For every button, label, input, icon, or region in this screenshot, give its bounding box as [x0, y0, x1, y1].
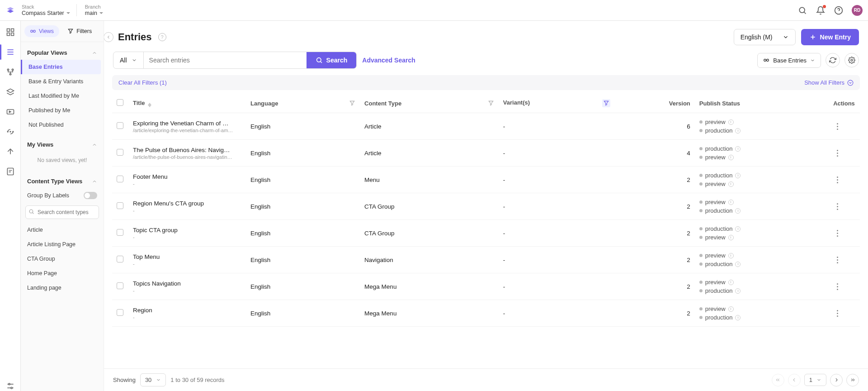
info-icon[interactable]: i — [728, 253, 734, 258]
row-checkbox[interactable] — [117, 229, 123, 236]
clear-filters-link[interactable]: Clear All Filters (1) — [118, 79, 167, 86]
sidebar-item-last-modified[interactable]: Last Modified by Me — [21, 89, 104, 103]
branch-selector[interactable]: Branch main — [83, 4, 103, 16]
info-icon[interactable]: i — [735, 226, 741, 232]
advanced-search-link[interactable]: Advanced Search — [362, 57, 415, 64]
rail-publish-icon[interactable] — [5, 107, 15, 117]
last-page-button[interactable] — [846, 374, 859, 386]
col-version[interactable]: Version — [615, 94, 695, 113]
new-entry-button[interactable]: New Entry — [801, 29, 859, 45]
info-icon[interactable]: i — [735, 208, 741, 214]
ct-item[interactable]: Home Page — [21, 266, 104, 281]
avatar[interactable]: RD — [852, 5, 863, 16]
per-page-dropdown[interactable]: 30 — [140, 373, 166, 386]
table-row[interactable]: Footer Menu- English Menu - 2 production… — [112, 167, 860, 193]
col-content-type[interactable]: Content Type — [360, 94, 499, 113]
info-icon[interactable]: i — [735, 146, 741, 152]
info-icon[interactable]: i — [735, 128, 741, 134]
info-icon[interactable]: i — [728, 200, 734, 205]
info-icon[interactable]: i — [728, 155, 734, 160]
info-icon[interactable]: i — [728, 306, 734, 312]
rail-tasks-icon[interactable] — [5, 167, 15, 176]
ct-item[interactable]: Landing page — [21, 281, 104, 295]
col-variants[interactable]: Variant(s) — [499, 94, 615, 113]
rail-upload-icon[interactable] — [5, 147, 15, 157]
tab-views[interactable]: Views — [24, 25, 59, 37]
table-row[interactable]: The Pulse of Buenos Aires: Navig…/articl… — [112, 140, 860, 167]
info-icon[interactable]: i — [728, 119, 734, 125]
rail-dashboard-icon[interactable] — [5, 27, 15, 37]
row-actions-menu[interactable] — [833, 176, 842, 183]
row-actions-menu[interactable] — [833, 123, 842, 130]
search-scope-dropdown[interactable]: All — [113, 52, 144, 68]
row-actions-menu[interactable] — [833, 203, 842, 210]
rail-releases-icon[interactable] — [5, 127, 15, 137]
rail-branches-icon[interactable] — [5, 67, 15, 77]
table-row[interactable]: Region- English Mega Menu - 2 previewipr… — [112, 300, 860, 327]
info-icon[interactable]: i — [735, 262, 741, 267]
info-icon[interactable]: i — [728, 280, 734, 285]
info-icon[interactable]: i — [735, 315, 741, 320]
filter-icon[interactable] — [602, 99, 610, 107]
col-publish-status[interactable]: Publish Status — [695, 94, 828, 113]
row-checkbox[interactable] — [117, 176, 123, 182]
help-icon[interactable]: ? — [158, 33, 166, 41]
sidebar-item-published-by-me[interactable]: Published by Me — [21, 103, 104, 118]
settings-button[interactable] — [844, 53, 859, 67]
table-row[interactable]: Topic CTA group- English CTA Group - 2 p… — [112, 220, 860, 247]
ct-item[interactable]: Article — [21, 223, 104, 237]
info-icon[interactable]: i — [735, 288, 741, 294]
search-button[interactable]: Search — [307, 52, 357, 68]
table-row[interactable]: Topics Navigation- English Mega Menu - 2… — [112, 273, 860, 300]
row-actions-menu[interactable] — [833, 283, 842, 290]
help-icon[interactable] — [834, 5, 844, 15]
row-checkbox[interactable] — [117, 256, 123, 262]
back-button[interactable] — [104, 32, 113, 42]
refresh-button[interactable] — [826, 53, 840, 67]
info-icon[interactable]: i — [728, 181, 734, 187]
row-actions-menu[interactable] — [833, 310, 842, 317]
show-filters-link[interactable]: Show All Filters — [804, 79, 854, 86]
select-all-checkbox[interactable] — [117, 99, 123, 106]
ct-item[interactable]: CTA Group — [21, 252, 104, 266]
content-type-search-input[interactable] — [25, 205, 99, 219]
rail-assets-icon[interactable] — [5, 87, 15, 97]
sidebar-item-base-variants[interactable]: Base & Entry Variants — [21, 74, 104, 89]
table-row[interactable]: Exploring the Venetian Charm of …/articl… — [112, 113, 860, 140]
prev-page-button[interactable] — [788, 374, 801, 386]
row-checkbox[interactable] — [117, 309, 123, 316]
info-icon[interactable]: i — [728, 235, 734, 240]
row-checkbox[interactable] — [117, 282, 123, 289]
ct-item[interactable]: Article Listing Page — [21, 237, 104, 252]
sidebar-item-base-entries[interactable]: Base Entries — [21, 60, 101, 74]
row-checkbox[interactable] — [117, 122, 123, 129]
filter-icon[interactable] — [488, 100, 494, 106]
table-row[interactable]: Region Menu's CTA group- English CTA Gro… — [112, 193, 860, 220]
my-views-header[interactable]: My Views — [21, 136, 104, 152]
row-checkbox[interactable] — [117, 202, 123, 209]
row-checkbox[interactable] — [117, 149, 123, 156]
col-title[interactable]: Title — [128, 94, 246, 113]
popular-views-header[interactable]: Popular Views — [21, 44, 104, 60]
group-by-toggle[interactable] — [84, 192, 97, 199]
rail-entries-icon[interactable] — [5, 47, 15, 57]
row-actions-menu[interactable] — [833, 257, 842, 263]
rail-settings-icon[interactable] — [5, 381, 15, 391]
base-entries-dropdown[interactable]: Base Entries — [757, 53, 821, 68]
content-type-views-header[interactable]: Content Type Views — [21, 172, 104, 188]
page-number-dropdown[interactable]: 1 — [804, 374, 826, 386]
next-page-button[interactable] — [830, 374, 843, 386]
col-language[interactable]: Language — [246, 94, 360, 113]
row-actions-menu[interactable] — [833, 230, 842, 237]
table-row[interactable]: Top Menu- English Navigation - 2 preview… — [112, 247, 860, 273]
info-icon[interactable]: i — [735, 173, 741, 178]
filter-icon[interactable] — [349, 100, 355, 106]
tab-filters[interactable]: Filters — [62, 25, 97, 37]
stack-selector[interactable]: Stack Compass Starter — [22, 4, 77, 16]
language-dropdown[interactable]: English (M) — [734, 29, 796, 45]
sidebar-item-not-published[interactable]: Not Published — [21, 118, 104, 132]
first-page-button[interactable] — [772, 374, 784, 386]
notifications-icon[interactable] — [816, 5, 826, 15]
row-actions-menu[interactable] — [833, 150, 842, 157]
search-input[interactable] — [144, 52, 307, 68]
